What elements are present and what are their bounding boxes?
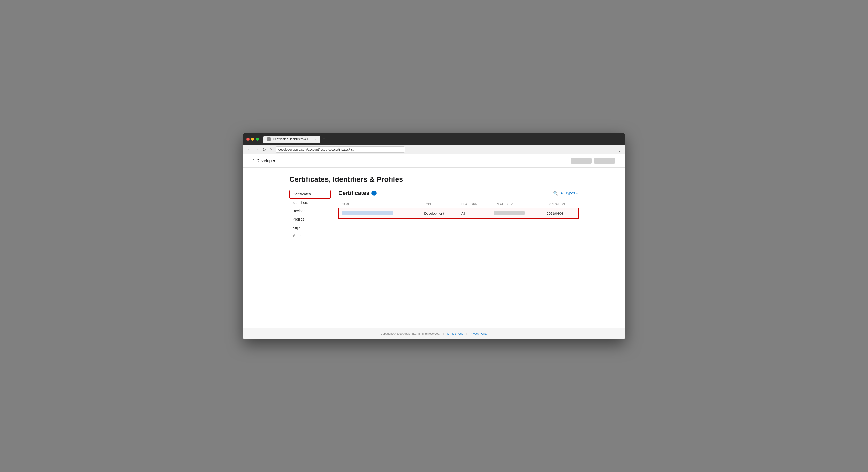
- cell-created-by: [491, 208, 544, 219]
- col-platform: PLATFORM: [458, 201, 490, 208]
- page-footer: Copyright © 2020 Apple Inc. All rights r…: [243, 328, 625, 339]
- browser-controls: Certificates, Identifiers & Profile… × +: [246, 135, 622, 143]
- sidebar: Certificates Identifiers Devices Profile…: [289, 190, 331, 240]
- chevron-down-icon: ⌄: [576, 191, 579, 195]
- tab-title: Certificates, Identifiers & Profile…: [273, 137, 313, 141]
- nav-buttons: ← → ↻ ⌂: [246, 147, 273, 153]
- table-body: Development All 2021/04/08: [338, 208, 579, 219]
- address-input[interactable]: [276, 147, 405, 153]
- home-button[interactable]: ⌂: [269, 147, 273, 153]
- footer-separator-2: |: [466, 332, 467, 335]
- sidebar-item-profiles[interactable]: Profiles: [289, 215, 331, 223]
- cell-expiration: 2021/04/08: [544, 208, 579, 219]
- browser-tabs: Certificates, Identifiers & Profile… × +: [264, 135, 328, 143]
- content-layout: Certificates Identifiers Devices Profile…: [289, 190, 579, 240]
- filter-row: 🔍 All Types ⌄: [553, 191, 579, 196]
- reload-button[interactable]: ↻: [261, 147, 267, 153]
- main-area: Certificates, Identifiers & Profiles Cer…: [279, 167, 589, 255]
- table-row[interactable]: Development All 2021/04/08: [338, 208, 579, 219]
- main-wrapper: Certificates, Identifiers & Profiles Cer…: [243, 167, 625, 328]
- minimize-button[interactable]: [251, 137, 254, 141]
- brand-area:  Developer: [253, 158, 275, 164]
- certificates-table: NAME ↓ TYPE PLATFORM CREATED BY EXPIRATI…: [338, 201, 579, 219]
- browser-menu-button[interactable]: ⋮: [617, 147, 622, 152]
- table-title: Certificates +: [338, 190, 377, 196]
- sidebar-item-certificates[interactable]: Certificates: [289, 190, 331, 198]
- search-icon[interactable]: 🔍: [553, 191, 558, 196]
- apple-logo-icon: : [253, 158, 255, 164]
- nav-right: [571, 158, 615, 164]
- active-tab[interactable]: Certificates, Identifiers & Profile… ×: [264, 135, 320, 143]
- table-header: Certificates + 🔍 All Types ⌄: [338, 190, 579, 196]
- new-tab-button[interactable]: +: [320, 135, 328, 143]
- address-bar-row: ← → ↻ ⌂ ⋮: [243, 145, 625, 154]
- footer-separator-1: |: [443, 332, 444, 335]
- col-name: NAME ↓: [338, 201, 421, 208]
- sidebar-item-more[interactable]: More: [289, 231, 331, 240]
- cell-type: Development: [421, 208, 458, 219]
- nav-placeholder-1: [571, 158, 592, 164]
- nav-placeholder-2: [594, 158, 615, 164]
- name-redacted: [342, 211, 393, 215]
- col-expiration: EXPIRATION: [544, 201, 579, 208]
- table-area: Certificates + 🔍 All Types ⌄: [338, 190, 579, 240]
- browser-chrome: Certificates, Identifiers & Profile… × +: [243, 133, 625, 145]
- col-type: TYPE: [421, 201, 458, 208]
- privacy-policy-link[interactable]: Privacy Policy: [470, 332, 487, 335]
- forward-button[interactable]: →: [254, 147, 260, 153]
- table-head: NAME ↓ TYPE PLATFORM CREATED BY EXPIRATI…: [338, 201, 579, 208]
- col-created-by: CREATED BY: [491, 201, 544, 208]
- terms-of-use-link[interactable]: Terms of Use: [447, 332, 463, 335]
- back-button[interactable]: ←: [246, 147, 252, 153]
- add-certificate-button[interactable]: +: [371, 191, 377, 196]
- brand-name: Developer: [256, 159, 275, 163]
- filter-label: All Types: [560, 191, 575, 195]
- all-types-dropdown[interactable]: All Types ⌄: [560, 191, 579, 195]
- page-title: Certificates, Identifiers & Profiles: [289, 175, 579, 184]
- traffic-lights: [246, 137, 259, 141]
- copyright-text: Copyright © 2020 Apple Inc. All rights r…: [380, 332, 440, 335]
- table-header-row: NAME ↓ TYPE PLATFORM CREATED BY EXPIRATI…: [338, 201, 579, 208]
- close-button[interactable]: [246, 137, 250, 141]
- sidebar-item-devices[interactable]: Devices: [289, 207, 331, 215]
- tab-favicon: [267, 137, 271, 141]
- created-by-redacted: [494, 211, 525, 215]
- top-nav:  Developer: [243, 154, 625, 167]
- maximize-button[interactable]: [256, 137, 259, 141]
- tab-close-icon[interactable]: ×: [315, 137, 317, 141]
- sidebar-item-keys[interactable]: Keys: [289, 223, 331, 231]
- browser-window: Certificates, Identifiers & Profile… × +…: [243, 133, 625, 339]
- cell-name: [338, 208, 421, 219]
- page-content:  Developer Certificates, Identifiers & …: [243, 154, 625, 339]
- table-heading-text: Certificates: [338, 190, 369, 196]
- cell-platform: All: [458, 208, 490, 219]
- sidebar-item-identifiers[interactable]: Identifiers: [289, 198, 331, 207]
